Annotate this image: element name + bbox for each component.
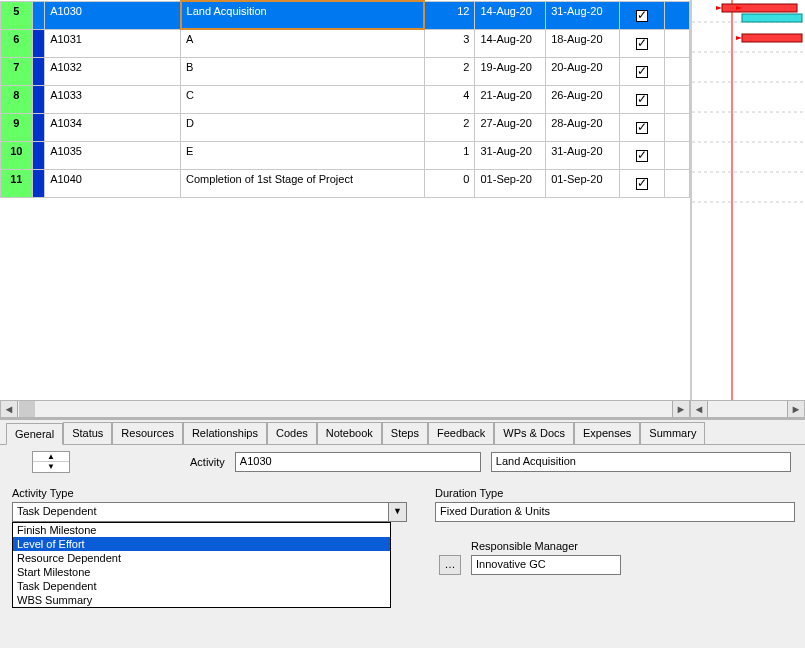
activity-name-cell[interactable]: A [181, 29, 424, 57]
checkbox-cell[interactable] [619, 141, 664, 169]
duration-cell[interactable]: 0 [424, 169, 475, 197]
tab-wps-docs[interactable]: WPs & Docs [494, 422, 574, 444]
activity-id-cell[interactable]: A1040 [45, 169, 181, 197]
spinner-up-icon[interactable]: ▲ [33, 452, 69, 462]
scroll-left-icon[interactable]: ◄ [1, 401, 18, 417]
checkbox-icon[interactable] [636, 38, 648, 50]
table-row[interactable]: 9A1034D227-Aug-2028-Aug-20 [1, 113, 690, 141]
activity-type-option[interactable]: WBS Summary [13, 593, 390, 607]
checkbox-icon[interactable] [636, 122, 648, 134]
table-row[interactable]: 5A1030Land Acquisition1214-Aug-2031-Aug-… [1, 1, 690, 29]
checkbox-icon[interactable] [636, 150, 648, 162]
scroll-right-icon[interactable]: ► [787, 401, 804, 417]
gantt-chart[interactable] [690, 0, 805, 400]
row-header[interactable]: 7 [1, 57, 33, 85]
activity-name-cell[interactable]: B [181, 57, 424, 85]
table-row[interactable]: 7A1032B219-Aug-2020-Aug-20 [1, 57, 690, 85]
activity-id-cell[interactable]: A1034 [45, 113, 181, 141]
checkbox-icon[interactable] [636, 10, 648, 22]
browse-button[interactable]: … [439, 555, 461, 575]
row-header[interactable]: 6 [1, 29, 33, 57]
activity-grid[interactable]: 5A1030Land Acquisition1214-Aug-2031-Aug-… [0, 0, 690, 400]
activity-type-option[interactable]: Start Milestone [13, 565, 390, 579]
tab-resources[interactable]: Resources [112, 422, 183, 444]
duration-cell[interactable]: 2 [424, 113, 475, 141]
finish-date-cell[interactable]: 28-Aug-20 [546, 113, 620, 141]
tab-general[interactable]: General [6, 423, 63, 445]
activity-id-cell[interactable]: A1033 [45, 85, 181, 113]
gantt-horizontal-scrollbar[interactable]: ◄ ► [690, 400, 805, 418]
tab-codes[interactable]: Codes [267, 422, 317, 444]
table-row[interactable]: 10A1035E131-Aug-2031-Aug-20 [1, 141, 690, 169]
activity-id-cell[interactable]: A1031 [45, 29, 181, 57]
finish-date-cell[interactable]: 01-Sep-20 [546, 169, 620, 197]
row-header[interactable]: 9 [1, 113, 33, 141]
activity-id-cell[interactable]: A1035 [45, 141, 181, 169]
tab-status[interactable]: Status [63, 422, 112, 444]
finish-date-cell[interactable]: 31-Aug-20 [546, 141, 620, 169]
checkbox-cell[interactable] [619, 169, 664, 197]
tab-summary[interactable]: Summary [640, 422, 705, 444]
finish-date-cell[interactable]: 31-Aug-20 [546, 1, 620, 29]
table-row[interactable]: 11A1040Completion of 1st Stage of Projec… [1, 169, 690, 197]
start-date-cell[interactable]: 21-Aug-20 [475, 85, 546, 113]
start-date-cell[interactable]: 14-Aug-20 [475, 1, 546, 29]
duration-type-field[interactable]: Fixed Duration & Units [435, 502, 795, 522]
activity-id-field[interactable]: A1030 [235, 452, 481, 472]
scroll-thumb[interactable] [19, 401, 35, 417]
duration-cell[interactable]: 4 [424, 85, 475, 113]
checkbox-cell[interactable] [619, 57, 664, 85]
activity-type-option[interactable]: Resource Dependent [13, 551, 390, 565]
activity-type-option[interactable]: Level of Effort [13, 537, 390, 551]
duration-cell[interactable]: 12 [424, 1, 475, 29]
start-date-cell[interactable]: 14-Aug-20 [475, 29, 546, 57]
finish-date-cell[interactable]: 20-Aug-20 [546, 57, 620, 85]
duration-cell[interactable]: 1 [424, 141, 475, 169]
checkbox-cell[interactable] [619, 113, 664, 141]
activity-type-option-list[interactable]: Finish MilestoneLevel of EffortResource … [12, 522, 391, 608]
row-header[interactable]: 11 [1, 169, 33, 197]
row-header[interactable]: 5 [1, 1, 33, 29]
activity-name-cell[interactable]: Completion of 1st Stage of Project [181, 169, 424, 197]
start-date-cell[interactable]: 31-Aug-20 [475, 141, 546, 169]
finish-date-cell[interactable]: 18-Aug-20 [546, 29, 620, 57]
finish-date-cell[interactable]: 26-Aug-20 [546, 85, 620, 113]
checkbox-icon[interactable] [636, 178, 648, 190]
tab-steps[interactable]: Steps [382, 422, 428, 444]
duration-cell[interactable]: 2 [424, 57, 475, 85]
activity-id-cell[interactable]: A1032 [45, 57, 181, 85]
checkbox-cell[interactable] [619, 85, 664, 113]
tab-relationships[interactable]: Relationships [183, 422, 267, 444]
activity-type-dropdown[interactable]: Task Dependent ▼ Finish MilestoneLevel o… [12, 502, 407, 522]
activity-spinner[interactable]: ▲ ▼ [32, 451, 70, 473]
scroll-right-icon[interactable]: ► [672, 401, 689, 417]
tab-expenses[interactable]: Expenses [574, 422, 640, 444]
start-date-cell[interactable]: 27-Aug-20 [475, 113, 546, 141]
activity-name-cell[interactable]: D [181, 113, 424, 141]
checkbox-cell[interactable] [619, 1, 664, 29]
spinner-down-icon[interactable]: ▼ [33, 462, 69, 472]
activity-name-field[interactable]: Land Acquisition [491, 452, 791, 472]
activity-type-option[interactable]: Finish Milestone [13, 523, 390, 537]
responsible-manager-field[interactable]: Innovative GC [471, 555, 621, 575]
activity-name-cell[interactable]: E [181, 141, 424, 169]
checkbox-cell[interactable] [619, 29, 664, 57]
duration-cell[interactable]: 3 [424, 29, 475, 57]
activity-type-option[interactable]: Task Dependent [13, 579, 390, 593]
activity-name-cell[interactable]: Land Acquisition [181, 1, 424, 29]
activity-id-cell[interactable]: A1030 [45, 1, 181, 29]
tab-feedback[interactable]: Feedback [428, 422, 494, 444]
start-date-cell[interactable]: 19-Aug-20 [475, 57, 546, 85]
table-row[interactable]: 6A1031A314-Aug-2018-Aug-20 [1, 29, 690, 57]
tab-notebook[interactable]: Notebook [317, 422, 382, 444]
table-row[interactable]: 8A1033C421-Aug-2026-Aug-20 [1, 85, 690, 113]
start-date-cell[interactable]: 01-Sep-20 [475, 169, 546, 197]
row-header[interactable]: 8 [1, 85, 33, 113]
activity-name-cell[interactable]: C [181, 85, 424, 113]
grid-horizontal-scrollbar[interactable]: ◄ ► [0, 400, 690, 418]
scroll-left-icon[interactable]: ◄ [691, 401, 708, 417]
checkbox-icon[interactable] [636, 66, 648, 78]
checkbox-icon[interactable] [636, 94, 648, 106]
dropdown-arrow-icon[interactable]: ▼ [389, 502, 407, 522]
row-header[interactable]: 10 [1, 141, 33, 169]
